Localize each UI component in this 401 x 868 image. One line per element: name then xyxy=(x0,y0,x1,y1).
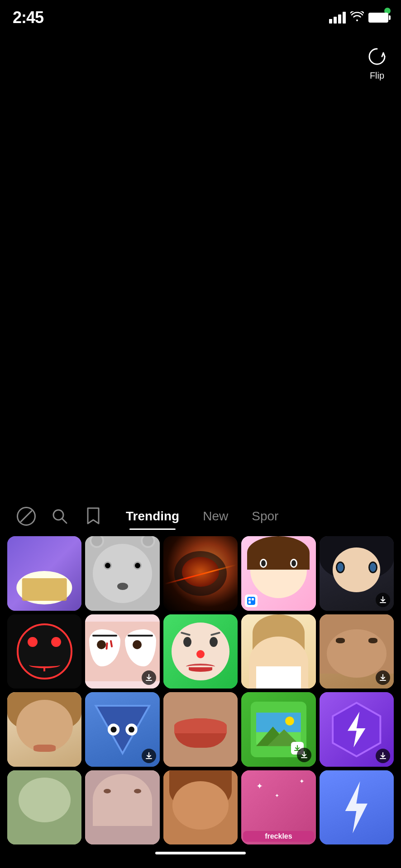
tab-new[interactable]: New xyxy=(191,504,240,529)
status-bar: 2:45 xyxy=(0,0,401,32)
tab-icon-search[interactable] xyxy=(47,504,72,529)
tabs-row: Trending New Spor xyxy=(0,495,401,529)
svg-point-13 xyxy=(285,717,294,726)
svg-rect-2 xyxy=(247,597,255,605)
signal-bar-4 xyxy=(343,12,346,24)
filter-anime-girl[interactable] xyxy=(320,536,394,610)
download-badge-hex xyxy=(376,749,390,763)
signal-bars xyxy=(329,12,346,24)
filter-grid: ✦ ✦ ✦ freckles xyxy=(0,529,401,844)
signal-bar-3 xyxy=(338,14,341,24)
download-badge-eyes xyxy=(142,670,156,685)
flip-label: Flip xyxy=(370,71,384,81)
filter-photo-dl[interactable] xyxy=(241,692,315,766)
download-badge-photo xyxy=(297,748,311,762)
svg-rect-12 xyxy=(256,712,301,732)
svg-point-10 xyxy=(129,726,134,732)
filter-lips[interactable] xyxy=(163,692,238,766)
filter-clown[interactable] xyxy=(163,614,238,689)
filter-partial-3[interactable] xyxy=(163,770,238,844)
filter-face-close[interactable] xyxy=(320,614,394,689)
filter-portrait-face[interactable] xyxy=(7,692,81,766)
filter-cute-girl[interactable] xyxy=(241,536,315,610)
camera-viewfinder: Flip xyxy=(0,32,401,439)
filter-smiley[interactable] xyxy=(7,614,81,689)
status-time: 2:45 xyxy=(13,8,43,27)
filter-freckles[interactable]: ✦ ✦ ✦ freckles xyxy=(241,770,315,844)
filter-koala[interactable] xyxy=(85,536,159,610)
filter-lightning-2[interactable] xyxy=(320,770,394,844)
svg-rect-5 xyxy=(248,601,251,604)
svg-marker-6 xyxy=(95,706,149,753)
svg-rect-4 xyxy=(252,598,254,600)
download-badge-face xyxy=(376,670,390,685)
tab-icon-ban[interactable] xyxy=(14,504,39,529)
freckles-badge: freckles xyxy=(243,831,314,842)
svg-line-1 xyxy=(62,519,67,523)
filter-partial-2[interactable] xyxy=(85,770,159,844)
app-badge xyxy=(245,594,258,607)
download-badge-triangle xyxy=(142,749,156,763)
status-icons xyxy=(329,11,388,24)
bottom-panel: Trending New Spor xyxy=(0,495,401,868)
home-indicator xyxy=(155,852,246,854)
tab-sports[interactable]: Spor xyxy=(240,504,290,529)
svg-point-9 xyxy=(110,726,116,732)
download-badge xyxy=(376,593,390,607)
filter-lightning-hex[interactable] xyxy=(320,692,394,766)
tab-icon-bookmark[interactable] xyxy=(81,504,106,529)
ban-icon xyxy=(17,507,36,526)
wifi-icon xyxy=(350,11,364,24)
filter-dark-circle[interactable] xyxy=(163,536,238,610)
filter-blonde[interactable] xyxy=(241,614,315,689)
battery-icon xyxy=(368,13,388,23)
signal-bar-2 xyxy=(334,17,337,24)
filter-partial-1[interactable] xyxy=(7,770,81,844)
filter-food[interactable] xyxy=(7,536,81,610)
flip-button[interactable]: Flip xyxy=(366,45,388,81)
tab-trending[interactable]: Trending xyxy=(114,504,191,529)
filter-eyes[interactable] xyxy=(85,614,159,689)
svg-rect-3 xyxy=(248,598,251,600)
filter-triangle-eyes[interactable] xyxy=(85,692,159,766)
signal-bar-1 xyxy=(329,19,332,24)
